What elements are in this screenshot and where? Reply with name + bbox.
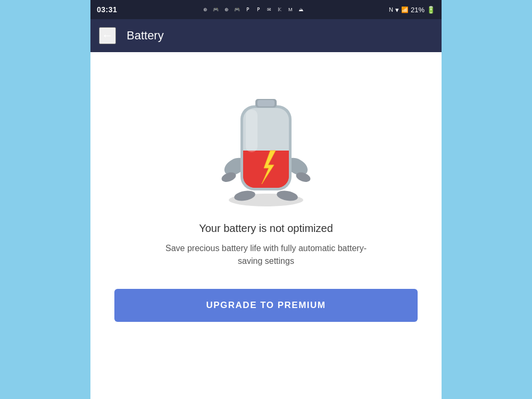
svg-rect-10 xyxy=(257,100,275,106)
nfc-icon: N xyxy=(389,6,393,13)
status-title: Your battery is not optimized xyxy=(199,222,333,235)
page-title: Battery xyxy=(127,29,164,43)
signal-icon: 📶 xyxy=(401,6,409,13)
gmail-icon: M xyxy=(286,6,295,13)
photos-icon: ⛰ xyxy=(297,6,305,13)
upgrade-button[interactable]: UPGRADE TO PREMIUM xyxy=(114,289,418,322)
battery-illustration xyxy=(207,68,325,206)
pinterest-icon: 𝖯 xyxy=(244,6,252,13)
status-right: N ▾ 📶 21% 🔋 xyxy=(389,6,435,14)
status-time: 03:31 xyxy=(97,5,117,14)
battery-percentage: 21% xyxy=(411,6,425,14)
discord-icon: ⊛ xyxy=(201,6,210,13)
status-icons: ⊛ 🎮 ⊛ 🎮 𝖯 𝖯 ✉ 𝕂 M ⛰ xyxy=(201,6,305,13)
gamepad2-icon: 🎮 xyxy=(233,6,242,13)
status-description: Save precious battery life with fully au… xyxy=(154,242,378,268)
mail-icon: ✉ xyxy=(265,6,273,13)
phone-frame: 03:31 ⊛ 🎮 ⊛ 🎮 𝖯 𝖯 ✉ 𝕂 M ⛰ N ▾ 📶 21% 🔋 ← … xyxy=(90,0,442,399)
main-content: Your battery is not optimized Save preci… xyxy=(90,52,442,399)
status-bar: 03:31 ⊛ 🎮 ⊛ 🎮 𝖯 𝖯 ✉ 𝕂 M ⛰ N ▾ 📶 21% 🔋 xyxy=(90,0,442,19)
gamepad-icon: 🎮 xyxy=(212,6,220,13)
discord2-icon: ⊛ xyxy=(222,6,231,13)
svg-rect-14 xyxy=(246,110,257,152)
toolbar: ← Battery xyxy=(90,19,442,52)
pinterest2-icon: 𝖯 xyxy=(254,6,263,13)
back-button[interactable]: ← xyxy=(99,27,116,44)
wifi-icon: ▾ xyxy=(395,6,399,14)
klarna-icon: 𝕂 xyxy=(276,6,284,13)
battery-icon: 🔋 xyxy=(427,6,435,14)
